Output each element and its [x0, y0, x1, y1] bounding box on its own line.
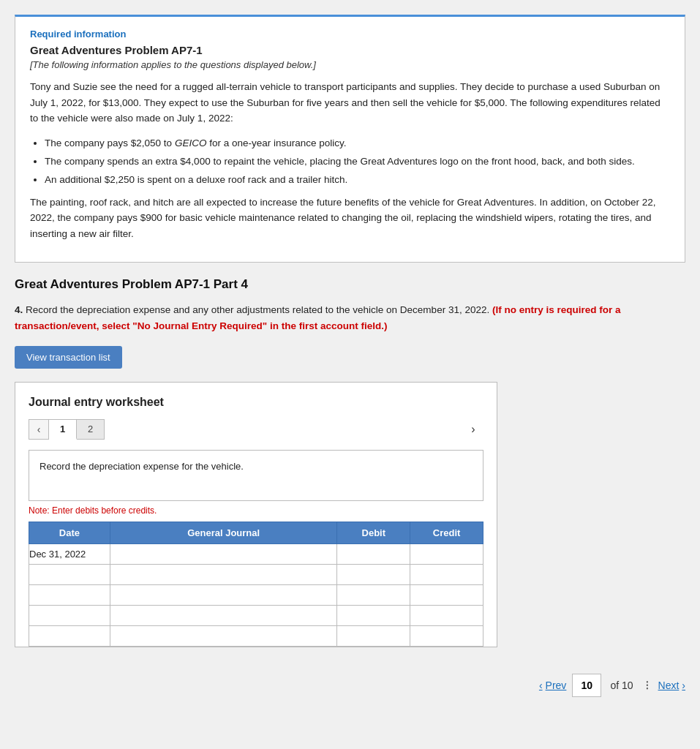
debit-cell-3[interactable] — [337, 584, 410, 605]
bottom-navigation: ‹ Prev of 10 ⁝ Next › — [0, 662, 700, 709]
question-main-text: Record the depreciation expense and any … — [26, 304, 489, 315]
date-cell-1: Dec 31, 2022 — [29, 543, 110, 564]
general-cell-1[interactable] — [110, 543, 337, 564]
date-cell-5 — [29, 625, 110, 646]
question-number: 4. — [15, 304, 23, 315]
debit-input-5[interactable] — [337, 626, 410, 646]
grid-icon[interactable]: ⁝ — [645, 677, 650, 693]
debit-cell-4[interactable] — [337, 605, 410, 625]
credit-input-1[interactable] — [410, 544, 483, 564]
date-cell-3 — [29, 584, 110, 605]
date-cell-4 — [29, 605, 110, 625]
general-input-3[interactable] — [110, 585, 337, 605]
bullet-item-2: The company spends an extra $4,000 to re… — [45, 154, 670, 170]
date-cell-2 — [29, 564, 110, 584]
col-header-date: Date — [29, 522, 110, 543]
debit-input-1[interactable] — [337, 544, 410, 564]
tab-navigation: ‹ 1 2 › — [29, 419, 483, 440]
general-cell-2[interactable] — [110, 564, 337, 584]
general-input-4[interactable] — [110, 606, 337, 625]
bullet-list: The company pays $2,050 to GEICO for a o… — [45, 135, 670, 189]
general-cell-5[interactable] — [110, 625, 337, 646]
col-header-credit: Credit — [410, 522, 483, 543]
general-input-2[interactable] — [110, 565, 337, 584]
tab-1[interactable]: 1 — [49, 419, 77, 440]
credit-input-3[interactable] — [410, 585, 483, 605]
journal-table: Date General Journal Debit Credit Dec 31… — [29, 522, 483, 647]
note-text: Note: Enter debits before credits. — [29, 505, 483, 516]
tab-next-arrow[interactable]: › — [463, 419, 483, 440]
tab-prev-arrow[interactable]: ‹ — [29, 419, 49, 440]
col-header-debit: Debit — [337, 522, 410, 543]
general-input-1[interactable] — [110, 544, 337, 564]
credit-cell-3[interactable] — [410, 584, 483, 605]
credit-input-4[interactable] — [410, 606, 483, 625]
question-text: 4. Record the depreciation expense and a… — [15, 302, 685, 334]
table-row — [29, 584, 483, 605]
table-row: Dec 31, 2022 — [29, 543, 483, 564]
part-title: Great Adventures Problem AP7-1 Part 4 — [15, 277, 685, 292]
debit-cell-1[interactable] — [337, 543, 410, 564]
problem-paragraph2: The painting, roof rack, and hitch are a… — [30, 195, 670, 242]
credit-cell-5[interactable] — [410, 625, 483, 646]
prev-button[interactable]: ‹ Prev — [539, 680, 566, 691]
general-cell-4[interactable] — [110, 605, 337, 625]
table-row — [29, 605, 483, 625]
credit-cell-2[interactable] — [410, 564, 483, 584]
bullet-item-3: An additional $2,250 is spent on a delux… — [45, 172, 670, 189]
prev-label: Prev — [546, 680, 567, 691]
required-info-box: Required information Great Adventures Pr… — [15, 15, 685, 263]
problem-title: Great Adventures Problem AP7-1 — [30, 44, 670, 56]
table-row — [29, 564, 483, 584]
general-input-5[interactable] — [110, 626, 337, 646]
debit-input-3[interactable] — [337, 585, 410, 605]
worksheet-box: Journal entry worksheet ‹ 1 2 › Record t… — [15, 382, 497, 647]
required-info-label: Required information — [30, 29, 670, 39]
problem-paragraph1: Tony and Suzie see the need for a rugged… — [30, 79, 670, 127]
col-header-general: General Journal — [110, 522, 337, 543]
problem-subtitle: [The following information applies to th… — [30, 59, 670, 70]
table-row — [29, 625, 483, 646]
tab-2[interactable]: 2 — [77, 419, 105, 440]
next-label: Next — [658, 680, 680, 691]
debit-cell-5[interactable] — [337, 625, 410, 646]
debit-input-2[interactable] — [337, 565, 410, 584]
general-cell-3[interactable] — [110, 584, 337, 605]
worksheet-title: Journal entry worksheet — [29, 396, 483, 409]
next-arrow-icon: › — [682, 680, 685, 691]
credit-cell-1[interactable] — [410, 543, 483, 564]
page-number-input[interactable] — [572, 674, 601, 697]
debit-cell-2[interactable] — [337, 564, 410, 584]
next-button[interactable]: Next › — [658, 680, 685, 691]
credit-input-5[interactable] — [410, 626, 483, 646]
of-text: of 10 — [610, 680, 633, 691]
debit-input-4[interactable] — [337, 606, 410, 625]
credit-cell-4[interactable] — [410, 605, 483, 625]
instruction-box: Record the depreciation expense for the … — [29, 450, 483, 501]
prev-arrow-icon: ‹ — [539, 680, 543, 691]
view-transaction-list-button[interactable]: View transaction list — [15, 346, 122, 369]
bullet-item-1: The company pays $2,050 to GEICO for a o… — [45, 135, 670, 152]
credit-input-2[interactable] — [410, 565, 483, 584]
